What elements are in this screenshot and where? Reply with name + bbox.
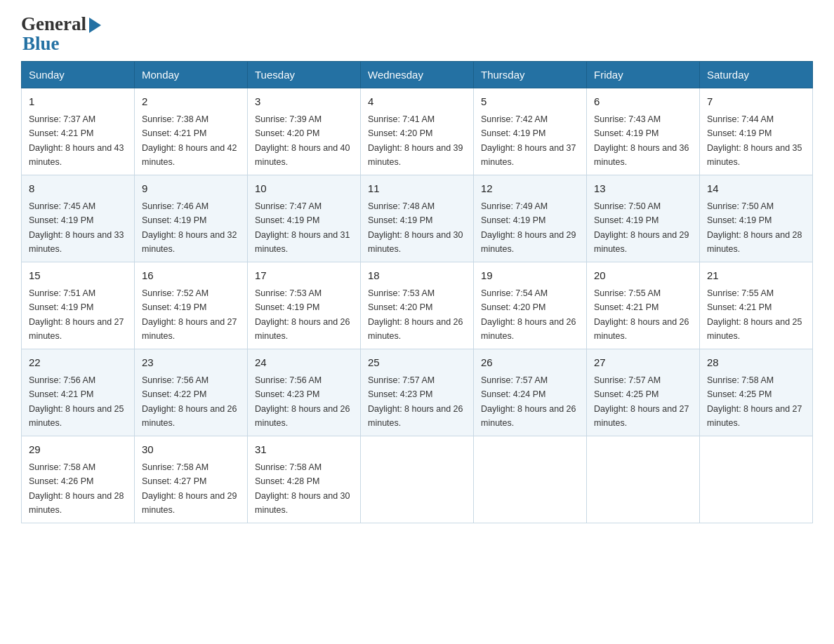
calendar-cell: 8Sunrise: 7:45 AMSunset: 4:19 PMDaylight…: [22, 175, 135, 262]
day-info: Sunrise: 7:57 AMSunset: 4:24 PMDaylight:…: [481, 375, 576, 428]
day-header-thursday: Thursday: [474, 62, 587, 88]
calendar-cell: 4Sunrise: 7:41 AMSunset: 4:20 PMDaylight…: [361, 88, 474, 175]
day-info: Sunrise: 7:56 AMSunset: 4:23 PMDaylight:…: [255, 375, 350, 428]
day-number: 5: [481, 94, 579, 110]
day-number: 10: [255, 181, 353, 197]
day-info: Sunrise: 7:37 AMSunset: 4:21 PMDaylight:…: [29, 114, 124, 167]
calendar-cell: 28Sunrise: 7:58 AMSunset: 4:25 PMDayligh…: [700, 349, 813, 436]
calendar-cell: 11Sunrise: 7:48 AMSunset: 4:19 PMDayligh…: [361, 175, 474, 262]
day-number: 26: [481, 355, 579, 371]
day-number: 8: [29, 181, 127, 197]
calendar-cell: 5Sunrise: 7:42 AMSunset: 4:19 PMDaylight…: [474, 88, 587, 175]
calendar-cell: 2Sunrise: 7:38 AMSunset: 4:21 PMDaylight…: [135, 88, 248, 175]
logo: General Blue: [21, 14, 104, 54]
day-info: Sunrise: 7:58 AMSunset: 4:28 PMDaylight:…: [255, 462, 350, 515]
calendar-cell: 1Sunrise: 7:37 AMSunset: 4:21 PMDaylight…: [22, 88, 135, 175]
day-info: Sunrise: 7:57 AMSunset: 4:25 PMDaylight:…: [594, 375, 689, 428]
day-header-wednesday: Wednesday: [361, 62, 474, 88]
day-number: 11: [368, 181, 466, 197]
day-info: Sunrise: 7:57 AMSunset: 4:23 PMDaylight:…: [368, 375, 463, 428]
day-number: 6: [594, 94, 692, 110]
calendar-week-row: 29Sunrise: 7:58 AMSunset: 4:26 PMDayligh…: [22, 436, 813, 523]
calendar-header-row: SundayMondayTuesdayWednesdayThursdayFrid…: [22, 62, 813, 88]
day-info: Sunrise: 7:41 AMSunset: 4:20 PMDaylight:…: [368, 114, 463, 167]
day-info: Sunrise: 7:38 AMSunset: 4:21 PMDaylight:…: [142, 114, 237, 167]
day-info: Sunrise: 7:45 AMSunset: 4:19 PMDaylight:…: [29, 201, 124, 254]
day-number: 1: [29, 94, 127, 110]
day-number: 20: [594, 268, 692, 284]
calendar-cell: 24Sunrise: 7:56 AMSunset: 4:23 PMDayligh…: [248, 349, 361, 436]
day-number: 7: [707, 94, 805, 110]
calendar-cell: 19Sunrise: 7:54 AMSunset: 4:20 PMDayligh…: [474, 262, 587, 349]
day-info: Sunrise: 7:51 AMSunset: 4:19 PMDaylight:…: [29, 288, 124, 341]
day-number: 9: [142, 181, 240, 197]
day-number: 25: [368, 355, 466, 371]
day-info: Sunrise: 7:52 AMSunset: 4:19 PMDaylight:…: [142, 288, 237, 341]
day-number: 15: [29, 268, 127, 284]
calendar-cell: 30Sunrise: 7:58 AMSunset: 4:27 PMDayligh…: [135, 436, 248, 523]
calendar-cell: 31Sunrise: 7:58 AMSunset: 4:28 PMDayligh…: [248, 436, 361, 523]
calendar-cell: 21Sunrise: 7:55 AMSunset: 4:21 PMDayligh…: [700, 262, 813, 349]
calendar-cell: 6Sunrise: 7:43 AMSunset: 4:19 PMDaylight…: [587, 88, 700, 175]
day-header-saturday: Saturday: [700, 62, 813, 88]
day-number: 27: [594, 355, 692, 371]
day-info: Sunrise: 7:48 AMSunset: 4:19 PMDaylight:…: [368, 201, 463, 254]
calendar-cell: 16Sunrise: 7:52 AMSunset: 4:19 PMDayligh…: [135, 262, 248, 349]
calendar-cell: 27Sunrise: 7:57 AMSunset: 4:25 PMDayligh…: [587, 349, 700, 436]
day-info: Sunrise: 7:58 AMSunset: 4:26 PMDaylight:…: [29, 462, 124, 515]
day-header-monday: Monday: [135, 62, 248, 88]
day-header-friday: Friday: [587, 62, 700, 88]
day-number: 31: [255, 442, 353, 458]
calendar-cell: [361, 436, 474, 523]
calendar-cell: [700, 436, 813, 523]
calendar-cell: 26Sunrise: 7:57 AMSunset: 4:24 PMDayligh…: [474, 349, 587, 436]
calendar-cell: 15Sunrise: 7:51 AMSunset: 4:19 PMDayligh…: [22, 262, 135, 349]
day-info: Sunrise: 7:58 AMSunset: 4:25 PMDaylight:…: [707, 375, 802, 428]
logo-blue-text: Blue: [22, 33, 60, 54]
day-info: Sunrise: 7:50 AMSunset: 4:19 PMDaylight:…: [707, 201, 802, 254]
day-info: Sunrise: 7:47 AMSunset: 4:19 PMDaylight:…: [255, 201, 350, 254]
calendar-cell: 20Sunrise: 7:55 AMSunset: 4:21 PMDayligh…: [587, 262, 700, 349]
calendar-cell: 13Sunrise: 7:50 AMSunset: 4:19 PMDayligh…: [587, 175, 700, 262]
page-header: General Blue: [21, 14, 813, 54]
day-info: Sunrise: 7:56 AMSunset: 4:22 PMDaylight:…: [142, 375, 237, 428]
calendar-cell: [587, 436, 700, 523]
day-number: 4: [368, 94, 466, 110]
day-number: 29: [29, 442, 127, 458]
calendar-week-row: 1Sunrise: 7:37 AMSunset: 4:21 PMDaylight…: [22, 88, 813, 175]
calendar-cell: 12Sunrise: 7:49 AMSunset: 4:19 PMDayligh…: [474, 175, 587, 262]
day-info: Sunrise: 7:43 AMSunset: 4:19 PMDaylight:…: [594, 114, 689, 167]
calendar-cell: 7Sunrise: 7:44 AMSunset: 4:19 PMDaylight…: [700, 88, 813, 175]
day-info: Sunrise: 7:44 AMSunset: 4:19 PMDaylight:…: [707, 114, 802, 167]
calendar-week-row: 15Sunrise: 7:51 AMSunset: 4:19 PMDayligh…: [22, 262, 813, 349]
calendar-cell: 25Sunrise: 7:57 AMSunset: 4:23 PMDayligh…: [361, 349, 474, 436]
calendar-cell: 17Sunrise: 7:53 AMSunset: 4:19 PMDayligh…: [248, 262, 361, 349]
calendar-cell: 10Sunrise: 7:47 AMSunset: 4:19 PMDayligh…: [248, 175, 361, 262]
day-number: 12: [481, 181, 579, 197]
day-info: Sunrise: 7:42 AMSunset: 4:19 PMDaylight:…: [481, 114, 576, 167]
day-number: 17: [255, 268, 353, 284]
calendar-cell: [474, 436, 587, 523]
calendar-cell: 18Sunrise: 7:53 AMSunset: 4:20 PMDayligh…: [361, 262, 474, 349]
day-number: 22: [29, 355, 127, 371]
calendar-week-row: 22Sunrise: 7:56 AMSunset: 4:21 PMDayligh…: [22, 349, 813, 436]
day-number: 23: [142, 355, 240, 371]
day-number: 16: [142, 268, 240, 284]
day-info: Sunrise: 7:50 AMSunset: 4:19 PMDaylight:…: [594, 201, 689, 254]
day-number: 14: [707, 181, 805, 197]
day-info: Sunrise: 7:49 AMSunset: 4:19 PMDaylight:…: [481, 201, 576, 254]
calendar-cell: 3Sunrise: 7:39 AMSunset: 4:20 PMDaylight…: [248, 88, 361, 175]
day-info: Sunrise: 7:56 AMSunset: 4:21 PMDaylight:…: [29, 375, 124, 428]
day-number: 3: [255, 94, 353, 110]
calendar-table: SundayMondayTuesdayWednesdayThursdayFrid…: [21, 61, 813, 523]
day-info: Sunrise: 7:53 AMSunset: 4:20 PMDaylight:…: [368, 288, 463, 341]
day-number: 13: [594, 181, 692, 197]
day-info: Sunrise: 7:53 AMSunset: 4:19 PMDaylight:…: [255, 288, 350, 341]
day-header-tuesday: Tuesday: [248, 62, 361, 88]
calendar-cell: 23Sunrise: 7:56 AMSunset: 4:22 PMDayligh…: [135, 349, 248, 436]
day-number: 2: [142, 94, 240, 110]
day-info: Sunrise: 7:58 AMSunset: 4:27 PMDaylight:…: [142, 462, 237, 515]
day-number: 21: [707, 268, 805, 284]
day-info: Sunrise: 7:54 AMSunset: 4:20 PMDaylight:…: [481, 288, 576, 341]
calendar-cell: 29Sunrise: 7:58 AMSunset: 4:26 PMDayligh…: [22, 436, 135, 523]
